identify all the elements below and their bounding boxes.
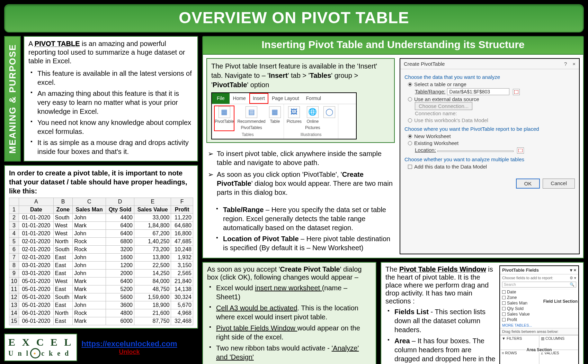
- meaning-box: A PIVOT TABLE is an amazing and powerful…: [24, 36, 198, 162]
- fields-search-input[interactable]: Search🔍: [502, 282, 576, 288]
- recommended-pivot-icon: ▤: [246, 106, 257, 118]
- section-insert: Inserting Pivot Table and Understanding …: [202, 36, 584, 258]
- add-to-model-checkbox[interactable]: Add this data to the Data Model: [408, 164, 575, 170]
- list-item: To insert pivot table, click anywhere in…: [208, 149, 395, 167]
- list-item: Excel would insert new worksheet (name –…: [208, 283, 372, 301]
- more-tables-link[interactable]: MORE TABLES...: [500, 322, 578, 328]
- pictures-button[interactable]: 🖼 Pictures: [286, 106, 302, 131]
- dialog-title: Create PivotTable: [404, 61, 445, 67]
- cancel-button[interactable]: Cancel: [543, 179, 575, 189]
- choose-connection-button[interactable]: Choose Connection...: [415, 102, 472, 110]
- fields-bullets: Fields List - This section lists down al…: [385, 307, 496, 364]
- radio-select-range[interactable]: Select a table or range: [408, 81, 575, 87]
- nav-text: The Pivot table Insert feature is availa…: [211, 62, 390, 139]
- field-item[interactable]: Profit: [502, 317, 576, 322]
- list-item: As soon as you click option 'PivotTable'…: [208, 170, 395, 197]
- list-item: Fields List - This section lists down al…: [387, 307, 496, 334]
- fields-window-box: The Pivot Table Fields Window is the hea…: [381, 262, 584, 364]
- dialog-parts: Table/Range – Here you specify the data …: [214, 203, 395, 254]
- help-icon[interactable]: ?: [564, 61, 567, 67]
- section-header: Inserting Pivot Table and Understanding …: [202, 36, 584, 55]
- unlock-link[interactable]: Unlock: [81, 348, 177, 356]
- ok-button[interactable]: OK: [516, 179, 540, 189]
- headings-note: In order to create a pivot table, it is …: [9, 169, 193, 195]
- ribbon-tab-file[interactable]: File: [212, 93, 230, 104]
- pivottable-icon: ▦: [219, 106, 230, 118]
- after-ok-box: As soon as you accept 'Create Pivot Tabl…: [202, 262, 376, 364]
- panel-close-icon[interactable]: ▾ ×: [570, 267, 576, 273]
- shapes-button[interactable]: ◯: [323, 106, 336, 131]
- radio-new-worksheet[interactable]: New Worksheet: [408, 133, 575, 139]
- online-pictures-icon: 🌐: [307, 106, 319, 118]
- create-pivottable-dialog: Create PivotTable ? × Choose the data th…: [400, 58, 580, 254]
- pivottable-button[interactable]: ▦ PivotTable: [214, 106, 234, 131]
- list-item: You need not know any knowledge about co…: [30, 118, 193, 136]
- radio-existing-worksheet[interactable]: Existing Worksheet: [408, 140, 575, 146]
- meaning-tab: MEANING & PURPOSE: [4, 36, 21, 162]
- after-ok-intro: As soon as you accept 'Create Pivot Tabl…: [207, 265, 372, 281]
- shapes-icon: ◯: [323, 106, 335, 118]
- after-ok-list: Excel would insert new worksheet (name –…: [207, 283, 372, 362]
- list-item: Location of Pivot Table – Here pivot tab…: [215, 234, 395, 252]
- sample-table: A B C D E F 1 Date Zone Sales Man Qty So…: [9, 198, 193, 325]
- logo: E X C E L U n lc k e d: [4, 334, 77, 361]
- fields-intro: The Pivot Table Fields Window is the hea…: [385, 265, 496, 305]
- meaning-intro: A PIVOT TABLE is an amazing and powerful…: [28, 39, 193, 65]
- nav-box: The Pivot table Insert feature is availa…: [206, 58, 395, 143]
- ribbon-tab-formulas[interactable]: Formul: [303, 93, 325, 104]
- list-item: Table/Range – Here you specify the data …: [215, 205, 395, 232]
- close-icon[interactable]: ×: [572, 61, 576, 67]
- page-title: OVERVIEW ON PIVOT TABLE: [4, 4, 584, 33]
- table-button[interactable]: ▦ Table: [268, 106, 282, 131]
- areas-section: ▼ FILTERS ▥ COLUMNS ≡ ROWS Σ VALUES Area…: [500, 335, 578, 364]
- list-item: Two new ribbon tabs would activate - 'An…: [208, 344, 372, 362]
- table-range-input[interactable]: Data!$A$1:$F$803: [447, 88, 509, 95]
- field-item[interactable]: Qty Sold: [502, 306, 576, 311]
- radio-external-source[interactable]: Use an external data source: [408, 96, 575, 102]
- list-item: Area – It has four boxes. The column hea…: [387, 336, 496, 364]
- excel-ribbon: File Home Insert Page Layout Formul: [211, 92, 357, 139]
- field-item[interactable]: Date: [502, 289, 576, 295]
- recommended-pivot-button[interactable]: ▤ Recommended PivotTables: [237, 106, 266, 131]
- list-item: An amazing thing about this feature is t…: [30, 89, 193, 116]
- list-item: This feature is available in all the lat…: [30, 69, 193, 87]
- footer: E X C E L U n lc k e d https://excelunlo…: [4, 334, 198, 361]
- list-item: Pivot table Fields Window would appear o…: [208, 324, 372, 342]
- insert-steps: To insert pivot table, click anywhere in…: [206, 146, 395, 200]
- location-picker-icon[interactable]: [517, 147, 524, 154]
- ribbon-tab-home[interactable]: Home: [230, 93, 249, 104]
- range-picker-icon[interactable]: [513, 89, 520, 95]
- list-item: It is as simple as a mouse drag and drop…: [30, 138, 193, 156]
- ribbon-tab-pagelayout[interactable]: Page Layout: [268, 93, 303, 104]
- radio-data-model[interactable]: Use this workbook's Data Model: [408, 117, 575, 123]
- table-icon: ▦: [269, 106, 281, 118]
- pivottable-fields-panel: PivotTable Fields▾ × Choose fields to ad…: [499, 265, 579, 364]
- location-input[interactable]: [437, 151, 514, 152]
- headings-box: In order to create a pivot table, it is …: [4, 165, 198, 329]
- meaning-bullets: This feature is available in all the lat…: [28, 69, 193, 156]
- ribbon-tab-insert[interactable]: Insert: [249, 93, 268, 104]
- fields-list: Field List Section DateZoneSales ManQty …: [502, 289, 576, 322]
- gear-icon[interactable]: ⚙ ▾: [570, 276, 576, 280]
- list-item: Cell A3 would be activated. This is the …: [208, 303, 372, 321]
- field-item[interactable]: Sales Value: [502, 311, 576, 317]
- site-link[interactable]: https://excelunlocked.com: [81, 339, 177, 348]
- search-icon: 🔍: [570, 282, 574, 287]
- keyhole-icon: [30, 348, 41, 358]
- online-pictures-button[interactable]: 🌐 Online Pictures: [304, 106, 321, 131]
- pictures-icon: 🖼: [288, 106, 300, 118]
